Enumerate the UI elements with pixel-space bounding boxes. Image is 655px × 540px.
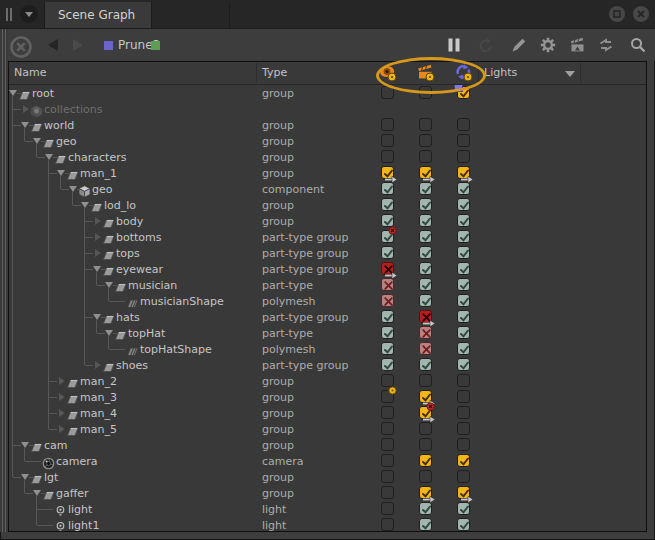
viewer-visibility-checkbox[interactable]: [381, 438, 394, 451]
tree-row[interactable]: worldgroup: [9, 117, 646, 133]
tree-row[interactable]: charactersgroup: [9, 149, 646, 165]
collapse-expander-icon[interactable]: [33, 138, 41, 144]
pause-button[interactable]: [446, 37, 462, 53]
renderable-checkbox[interactable]: [419, 278, 432, 291]
tree-row[interactable]: cameracamera: [9, 453, 646, 469]
edit-button[interactable]: [511, 37, 527, 53]
viewer-visibility-checkbox[interactable]: [381, 502, 394, 515]
live-render-checkbox[interactable]: [457, 326, 470, 339]
live-render-checkbox[interactable]: [457, 422, 470, 435]
tree-row[interactable]: shoespart-type group: [9, 357, 646, 373]
column-header-name[interactable]: Name: [14, 66, 46, 79]
tree-row[interactable]: topHatShapepolymesh: [9, 341, 646, 357]
renderable-checkbox[interactable]: [419, 134, 432, 147]
live-render-checkbox[interactable]: [457, 406, 470, 419]
expand-expander-icon[interactable]: [95, 217, 101, 225]
viewer-visibility-checkbox[interactable]: [381, 326, 394, 339]
renderable-checkbox[interactable]: [419, 470, 432, 483]
live-render-checkbox[interactable]: [457, 214, 470, 227]
live-render-checkbox[interactable]: [457, 230, 470, 243]
expand-expander-icon[interactable]: [59, 425, 65, 433]
renderable-checkbox[interactable]: [419, 486, 432, 499]
tree-row[interactable]: lod_logroup: [9, 197, 646, 213]
viewer-visibility-checkbox[interactable]: [381, 134, 394, 147]
tree-row[interactable]: musicianpart-type: [9, 277, 646, 293]
restore-window-button[interactable]: [609, 6, 625, 22]
settings-button[interactable]: [540, 37, 556, 53]
tree-row[interactable]: musicianShapepolymesh: [9, 293, 646, 309]
renderable-checkbox[interactable]: [419, 150, 432, 163]
lights-dropdown-arrow-icon[interactable]: [565, 71, 575, 77]
viewer-visibility-checkbox[interactable]: [381, 246, 394, 259]
tree-row[interactable]: topHatpart-type: [9, 325, 646, 341]
drag-handle-icon[interactable]: [6, 8, 13, 21]
collapse-expander-icon[interactable]: [105, 282, 113, 288]
collapse-expander-icon[interactable]: [57, 170, 65, 176]
renderable-checkbox[interactable]: [419, 518, 432, 531]
sync-button[interactable]: [598, 37, 614, 53]
render-slate-button[interactable]: [570, 37, 586, 53]
viewer-visibility-checkbox[interactable]: [381, 518, 394, 531]
tree-row[interactable]: man_4group: [9, 405, 646, 421]
panel-splitter[interactable]: [0, 29, 8, 532]
renderable-checkbox[interactable]: [419, 166, 432, 179]
viewer-visibility-checkbox[interactable]: [381, 390, 394, 403]
renderable-checkbox[interactable]: [419, 406, 432, 419]
tree-row[interactable]: bottomspart-type group: [9, 229, 646, 245]
viewer-visibility-checkbox[interactable]: [381, 150, 394, 163]
viewer-visibility-checkbox[interactable]: [381, 470, 394, 483]
panel-menu-button[interactable]: [20, 5, 38, 23]
collapse-expander-icon[interactable]: [69, 186, 77, 192]
tree-row[interactable]: man_3group: [9, 389, 646, 405]
tree-row[interactable]: rootgroup: [9, 85, 646, 101]
tree-row[interactable]: topspart-type group: [9, 245, 646, 261]
expand-expander-icon[interactable]: [95, 233, 101, 241]
live-render-checkbox[interactable]: [457, 390, 470, 403]
collapse-expander-icon[interactable]: [21, 474, 29, 480]
renderable-checkbox[interactable]: [419, 230, 432, 243]
renderable-checkbox[interactable]: [419, 262, 432, 275]
live-render-checkbox[interactable]: [457, 198, 470, 211]
viewer-visibility-checkbox[interactable]: [381, 118, 394, 131]
renderable-checkbox[interactable]: [419, 438, 432, 451]
viewer-visibility-checkbox[interactable]: [381, 454, 394, 467]
expand-expander-icon[interactable]: [95, 249, 101, 257]
collapse-expander-icon[interactable]: [45, 154, 53, 160]
live-render-checkbox[interactable]: [457, 134, 470, 147]
tree-row[interactable]: man_1group: [9, 165, 646, 181]
live-render-checkbox[interactable]: [457, 278, 470, 291]
live-render-checkbox[interactable]: [457, 518, 470, 531]
live-render-checkbox[interactable]: [457, 294, 470, 307]
renderable-checkbox[interactable]: [419, 454, 432, 467]
renderable-checkbox[interactable]: [419, 358, 432, 371]
tree-row[interactable]: lgtgroup: [9, 469, 646, 485]
tree-row[interactable]: camgroup: [9, 437, 646, 453]
column-header-type[interactable]: Type: [262, 66, 287, 79]
undo-button[interactable]: [478, 37, 494, 53]
back-button[interactable]: [48, 39, 58, 51]
renderable-checkbox[interactable]: [419, 246, 432, 259]
viewer-visibility-checkbox[interactable]: [381, 86, 394, 99]
expand-expander-icon[interactable]: [23, 105, 29, 113]
live-render-checkbox[interactable]: [457, 374, 470, 387]
renderable-checkbox[interactable]: [419, 198, 432, 211]
collapse-expander-icon[interactable]: [81, 202, 89, 208]
renderable-checkbox[interactable]: [419, 86, 432, 99]
viewer-visibility-checkbox[interactable]: [381, 294, 394, 307]
live-render-checkbox[interactable]: [457, 358, 470, 371]
live-render-checkbox[interactable]: [457, 310, 470, 323]
collapse-expander-icon[interactable]: [105, 330, 113, 336]
renderable-checkbox[interactable]: [419, 294, 432, 307]
collapse-expander-icon[interactable]: [9, 90, 17, 96]
forward-button[interactable]: [73, 39, 83, 51]
renderable-checkbox[interactable]: [419, 342, 432, 355]
tree-row[interactable]: collections: [9, 101, 646, 117]
viewer-visibility-column-button[interactable]: [379, 64, 397, 82]
viewer-visibility-checkbox[interactable]: [381, 310, 394, 323]
live-render-checkbox[interactable]: [457, 454, 470, 467]
viewer-visibility-checkbox[interactable]: [381, 486, 394, 499]
tree-row[interactable]: man_5group: [9, 421, 646, 437]
tree-row[interactable]: gaffergroup: [9, 485, 646, 501]
expand-expander-icon[interactable]: [95, 361, 101, 369]
lights-dropdown[interactable]: Lights: [484, 66, 517, 79]
